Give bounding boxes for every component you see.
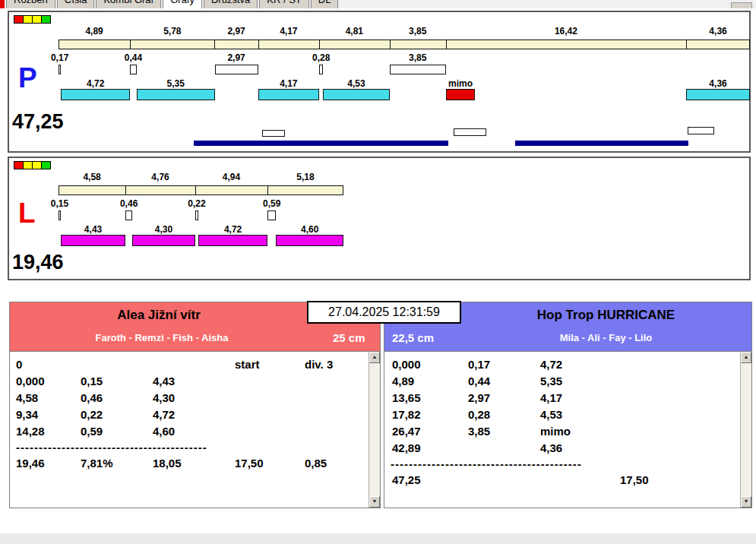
gap-time-label: 2,97	[227, 52, 245, 63]
tab-grafy[interactable]: Grafy	[163, 0, 202, 8]
gap-box	[319, 65, 323, 74]
table-row: 0,0000,174,72	[384, 356, 751, 373]
status-squares	[14, 161, 50, 169]
gap-box	[215, 65, 258, 74]
scroll-down-button[interactable]: ▼	[741, 496, 751, 508]
table-cell: 2,97	[468, 390, 490, 406]
run-time-label: 4,17	[280, 78, 297, 89]
tab-rozbeh[interactable]: Rozbeh	[6, 0, 55, 8]
segment	[447, 40, 687, 49]
overlap-bar	[194, 141, 448, 146]
team-name-right: Hop Trop HURRICANE	[460, 302, 751, 327]
table-cell: 4,72	[540, 356, 562, 373]
segment	[59, 186, 126, 195]
run-time-label: 4,72	[87, 78, 104, 89]
jump-height-right: 22,5 cm	[392, 331, 434, 344]
result-table-right: 0,0000,174,724,890,445,3513,652,974,1717…	[384, 351, 751, 508]
panel-l-letter: L	[18, 199, 36, 228]
panel-l: L 19,46 4,584,764,945,180,150,460,220,59…	[8, 157, 751, 280]
vertical-scrollbar[interactable]: ▲▼	[369, 352, 380, 508]
segment-bar	[59, 40, 750, 49]
table-cell: 42,89	[392, 440, 421, 457]
run-time-label: 4,60	[301, 224, 318, 235]
datetime-display: 27.04.2025 12:31:59	[307, 301, 461, 324]
segment	[215, 40, 258, 49]
timeline-box	[262, 130, 285, 137]
run-time-label: 5,35	[166, 78, 184, 89]
segment	[320, 40, 391, 49]
run-bar	[446, 89, 476, 100]
gap-box	[125, 210, 132, 220]
panel-p-chart: 4,895,782,974,174,813,8516,424,360,170,4…	[9, 12, 749, 151]
segment-time-label: 4,17	[280, 26, 297, 36]
table-cell: 4,53	[540, 406, 562, 423]
table-cell: 0,000	[16, 373, 45, 390]
segment-time-label: 4,89	[85, 26, 103, 36]
run-time-label: 4,43	[84, 224, 102, 235]
panel-p: P 47,25 4,895,782,974,174,813,8516,424,3…	[8, 11, 751, 153]
segment-time-label: 2,97	[227, 26, 245, 36]
table-row: 4,890,445,35	[384, 373, 751, 390]
gap-box	[267, 210, 276, 220]
gap-time-label: 0,28	[312, 52, 330, 63]
table-totals-row: 19,467,81%18,0517,500,85	[10, 455, 380, 472]
run-bar	[137, 89, 215, 100]
table-cell: start	[235, 356, 260, 373]
run-bar	[276, 235, 343, 246]
gap-box	[195, 210, 198, 220]
table-cell: 47,25	[392, 472, 421, 489]
run-time-label: 4,53	[347, 78, 365, 89]
table-cell: 3,85	[468, 423, 490, 440]
table-cell: 0,44	[468, 373, 490, 390]
segment-time-label: 4,94	[223, 172, 240, 182]
table-row: 14,280,594,60	[10, 423, 380, 440]
table-cell: 4,89	[392, 373, 414, 390]
status-squares	[14, 15, 50, 24]
gap-time-label: 0,15	[51, 198, 68, 209]
gap-time-label: 3,85	[409, 52, 426, 63]
tab-dl[interactable]: DL	[311, 0, 339, 8]
segment	[126, 186, 196, 195]
segment-time-label: 4,81	[346, 26, 363, 36]
gap-time-label: 0,44	[125, 52, 142, 63]
tab--sla[interactable]: Čísla	[57, 0, 95, 8]
table-cell: 4,17	[540, 390, 562, 406]
result-card-right: Hop Trop HURRICANE 22,5 cm Mila - Ali - …	[384, 302, 752, 508]
panel-p-total-time: 47,25	[12, 110, 64, 134]
table-row: 13,652,974,17	[384, 390, 751, 406]
timeline-box	[688, 127, 714, 134]
tab-row: RozbehČíslaKombi GrafGrafyDružstvaKR / S…	[6, 0, 338, 8]
table-cell: 4,43	[153, 373, 175, 390]
scroll-up-button[interactable]: ▲	[741, 352, 751, 363]
tab-kombi-graf[interactable]: Kombi Graf	[96, 0, 161, 8]
segment-time-label: 4,76	[151, 172, 169, 182]
table-cell: 4,72	[153, 406, 175, 423]
tab-kr-st[interactable]: KR / ST	[259, 0, 309, 8]
table-cell: 0	[16, 356, 22, 373]
segment-time-label: 4,58	[83, 172, 100, 182]
run-time-label: 4,36	[709, 78, 726, 89]
run-bar	[323, 89, 389, 100]
table-row: 4,580,464,30	[10, 390, 380, 406]
tab-dru-stva[interactable]: Družstva	[204, 0, 258, 8]
segment	[196, 186, 268, 195]
scroll-up-button[interactable]: ▲	[369, 352, 380, 363]
team-members-left: Faroth - Remzi - Fish - Aisha	[10, 332, 314, 343]
table-cell: 4,58	[16, 390, 38, 406]
run-bar	[61, 235, 125, 246]
vertical-scrollbar[interactable]: ▲▼	[740, 352, 751, 508]
table-cell: 18,05	[153, 455, 182, 472]
scroll-down-button[interactable]: ▼	[369, 496, 380, 508]
run-time-label: 4,30	[155, 224, 172, 235]
panel-l-total-time: 19,46	[12, 251, 64, 274]
gap-time-label: 0,17	[51, 52, 68, 63]
table-cell: 4,36	[540, 440, 562, 457]
table-cell: 26,47	[392, 423, 421, 440]
table-cell: mimo	[540, 423, 571, 440]
timeline-box	[454, 128, 486, 136]
table-cell: 17,50	[235, 455, 264, 472]
tab-bar: RozbehČíslaKombi GrafGrafyDružstvaKR / S…	[0, 0, 756, 8]
status-square	[41, 15, 51, 24]
table-cell: 0,46	[81, 390, 103, 406]
run-time-label: mimo	[448, 78, 473, 89]
